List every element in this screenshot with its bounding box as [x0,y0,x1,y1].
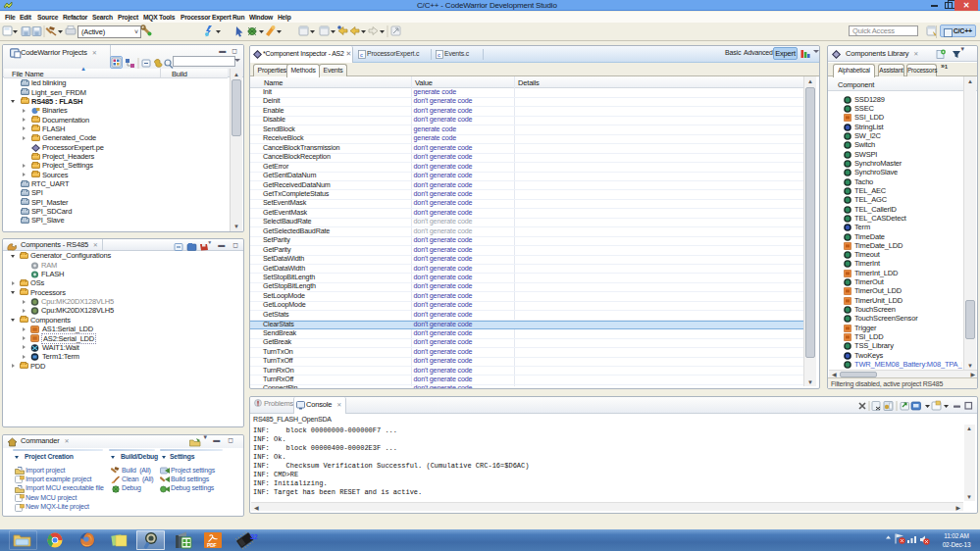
svg-text:PDF: PDF [207,542,217,548]
svg-text:c: c [360,52,363,58]
svg-text:c: c [438,52,440,58]
svg-text:32: 32 [250,533,258,540]
